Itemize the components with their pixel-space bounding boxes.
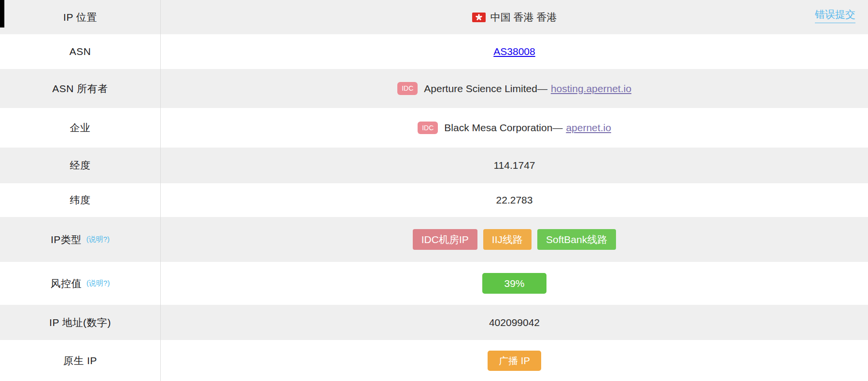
row-value-cell: AS38008 [161,34,868,69]
table-row-longitude: 经度 114.1747 [0,148,868,183]
table-row-asn-owner: ASN 所有者 IDC Aperture Science Limited— ho… [0,69,868,108]
risk-hint-link[interactable]: (说明?) [86,279,110,288]
table-row-ip-location: IP 位置 中国 香港 香港 错误提交 [0,0,868,34]
row-value-cell: IDC Black Mesa Corporation— apernet.io [161,108,868,148]
table-row-company: 企业 IDC Black Mesa Corporation— apernet.i… [0,108,868,148]
row-label: 经度 [0,148,161,183]
longitude-value: 114.1747 [493,160,535,171]
ip-type-badge-idc: IDC机房IP [413,229,477,250]
table-row-native-ip: 原生 IP 广播 IP [0,340,868,381]
ip-location-text: 中国 香港 香港 [490,11,557,24]
row-label: 纬度 [0,183,161,217]
hk-flag-icon [472,13,486,22]
risk-percent-badge: 39% [482,273,546,294]
screen-edge-artifact [0,0,4,27]
company-site-link[interactable]: apernet.io [566,122,611,134]
ip-info-page: IP 位置 中国 香港 香港 错误提交 ASN [0,0,868,381]
table-row-ip-type: IP类型 (说明?) IDC机房IP IIJ线路 SoftBank线路 [0,217,868,262]
table-row-asn: ASN AS38008 [0,34,868,69]
table-row-risk-value: 风控值 (说明?) 39% [0,262,868,305]
row-label: IP 位置 [0,0,161,34]
row-value-cell: 402099042 [161,305,868,340]
row-value-cell: 中国 香港 香港 错误提交 [161,0,868,34]
risk-label: 风控值 [51,277,82,290]
idc-badge: IDC [397,82,418,95]
row-value-cell: IDC机房IP IIJ线路 SoftBank线路 [161,217,868,262]
row-label: ASN 所有者 [0,69,161,108]
company-name: Black Mesa Corporation— [444,122,562,134]
broadcast-ip-badge: 广播 IP [488,351,541,371]
row-value-cell: 39% [161,262,868,305]
table-row-latitude: 纬度 22.2783 [0,183,868,217]
row-value-cell: 114.1747 [161,148,868,183]
asn-owner-site-link[interactable]: hosting.apernet.io [551,83,631,95]
table-row-ip-numeric: IP 地址(数字) 402099042 [0,305,868,340]
asn-owner-name: Aperture Science Limited— [424,83,547,95]
row-label: IP类型 (说明?) [0,217,161,262]
row-label: ASN [0,34,161,69]
row-label: 企业 [0,108,161,148]
ip-type-label: IP类型 [51,233,82,246]
ip-type-hint-link[interactable]: (说明?) [86,235,110,244]
ip-type-badge-iij: IIJ线路 [483,229,532,250]
row-label: 风控值 (说明?) [0,262,161,305]
row-value-cell: 广播 IP [161,340,868,381]
row-value-cell: 22.2783 [161,183,868,217]
row-value-cell: IDC Aperture Science Limited— hosting.ap… [161,69,868,108]
idc-badge: IDC [418,122,438,135]
asn-link[interactable]: AS38008 [493,46,535,57]
ip-numeric-value: 402099042 [489,317,540,328]
latitude-value: 22.2783 [496,194,533,206]
row-label: IP 地址(数字) [0,305,161,340]
ip-type-badge-softbank: SoftBank线路 [537,229,616,250]
row-label: 原生 IP [0,340,161,381]
error-submit-link[interactable]: 错误提交 [815,8,855,23]
